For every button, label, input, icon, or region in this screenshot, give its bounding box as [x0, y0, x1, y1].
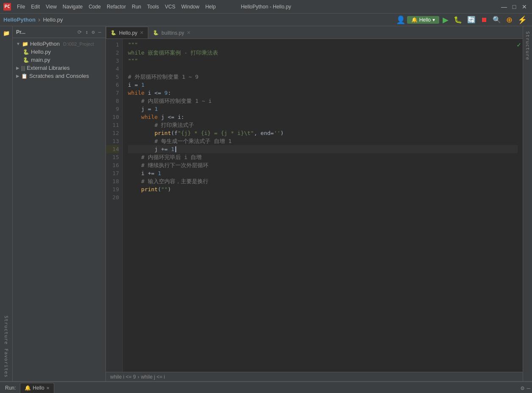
close-button[interactable]: ✕	[520, 3, 529, 11]
code-line: # 每生成一个乘法式子 自增 1	[128, 137, 518, 145]
structure-label[interactable]: Structure	[3, 316, 9, 345]
line-numbers: 1 2 3 4 5 6 7 8 9 10 11 12 13 14 15 16 1…	[106, 39, 123, 372]
tab-close-icon[interactable]: ✕	[187, 30, 191, 36]
run-configuration-button[interactable]: 🔔 Hello ▾	[407, 16, 439, 24]
breadcrumb-file[interactable]: Hello.py	[43, 16, 63, 23]
folder-icon: 📁	[22, 41, 28, 47]
code-line: i = 1	[128, 81, 518, 89]
menu-code[interactable]: Code	[86, 3, 103, 11]
code-line: while 嵌套循环案例 - 打印乘法表	[128, 49, 518, 57]
debug-button[interactable]: 🐛	[452, 15, 464, 25]
run-tab-label: Hello	[33, 385, 44, 391]
collapse-icon[interactable]: ↕	[84, 28, 89, 36]
search-button[interactable]: 🔍	[491, 15, 503, 25]
menu-file[interactable]: File	[14, 3, 28, 11]
project-tree: ▼ 📁 HelloPython D:\002_Project 🐍 Hello.p…	[13, 38, 105, 381]
code-line: print(f"{j} * {i} = {j * i}\t", end='')	[128, 129, 518, 137]
code-line: while j <= i:	[128, 113, 518, 121]
code-line	[128, 193, 518, 201]
line-num: 12	[106, 129, 119, 137]
code-line: # 内层循环控制变量 1 ~ i	[128, 97, 518, 105]
tree-item-label: main.py	[31, 57, 50, 63]
code-content[interactable]: """ while 嵌套循环案例 - 打印乘法表 """ # 外层循环控制变量 …	[123, 39, 523, 372]
line-num: 17	[106, 169, 119, 177]
bottom-panel-tabs: Run: 🔔 Hello ✕ ⚙ —	[0, 382, 532, 393]
code-editor: ✓ 1 2 3 4 5 6 7 8 9 10 11 12 13 14 15 16…	[106, 39, 523, 372]
run-icon: 🔔	[411, 17, 418, 23]
code-line: # 外层循环控制变量 1 ~ 9	[128, 73, 518, 81]
panel-close-icon[interactable]: —	[97, 28, 102, 36]
py-file-icon: 🐍	[111, 30, 116, 36]
menu-tools[interactable]: Tools	[144, 3, 161, 11]
line-num: 18	[106, 177, 119, 185]
line-num: 4	[106, 65, 119, 73]
tree-item-hello-py[interactable]: 🐍 Hello.py	[19, 48, 105, 56]
tab-label: builtins.py	[161, 30, 184, 36]
menu-refactor[interactable]: Refactor	[104, 3, 128, 11]
line-num: 19	[106, 185, 119, 193]
breadcrumb-part1: while i <= 9	[110, 374, 136, 380]
menu-vcs[interactable]: VCS	[162, 3, 178, 11]
add-button[interactable]: ⊕	[504, 14, 514, 25]
breadcrumb-separator: ›	[37, 16, 42, 24]
line-num: 1	[106, 41, 119, 49]
tab-builtins-py[interactable]: 🐍 builtins.py ✕	[148, 27, 195, 38]
console-minimize-icon[interactable]: —	[527, 385, 530, 391]
run-tab-icon: 🔔	[25, 385, 31, 391]
right-sidebar-strip: Structure	[523, 26, 532, 381]
right-structure-label[interactable]: Structure	[525, 31, 530, 60]
panel-header: Pr... ⟳ ↕ ⚙ —	[13, 26, 105, 38]
minimize-button[interactable]: —	[500, 3, 508, 11]
tree-item-external-libs[interactable]: ▶ ||| External Libraries	[13, 64, 105, 72]
line-num: 11	[106, 121, 119, 129]
line-num: 14	[106, 145, 119, 153]
breadcrumb-part2: while j <= i	[141, 374, 165, 380]
tab-close-icon[interactable]: ✕	[140, 30, 144, 36]
run-green-button[interactable]: ▶	[441, 14, 450, 25]
favorites-label[interactable]: Favorites	[3, 349, 9, 378]
console-settings-icon[interactable]: ⚙	[521, 385, 524, 391]
settings-button[interactable]: ⚡	[516, 14, 529, 25]
project-panel-toggle[interactable]: 📁	[1, 28, 11, 38]
menu-window[interactable]: Window	[179, 3, 202, 11]
code-line: # 打印乘法式子	[128, 121, 518, 129]
code-line: j = 1	[128, 105, 518, 113]
menu-view[interactable]: View	[43, 3, 59, 11]
tree-item-scratches[interactable]: ▶ 📋 Scratches and Consoles	[13, 72, 105, 80]
maximize-button[interactable]: □	[510, 3, 518, 11]
run-dropdown-arrow: ▾	[432, 17, 435, 23]
breadcrumb-project[interactable]: HelloPython	[3, 16, 36, 23]
editor-breadcrumb: while i <= 9 › while j <= i	[106, 372, 523, 381]
line-num: 10	[106, 113, 119, 121]
code-line: # 输入空内容，主要是换行	[128, 177, 518, 185]
menu-help[interactable]: Help	[203, 3, 219, 11]
library-icon: |||	[21, 65, 25, 71]
tree-item-path: D:\002_Project	[63, 41, 94, 47]
code-line: # 继续执行下一次外层循环	[128, 161, 518, 169]
tree-item-hellopython[interactable]: ▼ 📁 HelloPython D:\002_Project	[13, 40, 105, 48]
coverage-button[interactable]: 🔄	[466, 15, 477, 25]
console-run-tab[interactable]: 🔔 Hello ✕	[20, 383, 54, 393]
user-icon[interactable]: 👤	[396, 15, 405, 24]
folder-icon: 📋	[21, 73, 28, 79]
tab-label: Hello.py	[119, 30, 137, 36]
panel-icons: ⟳ ↕ ⚙ —	[77, 28, 102, 36]
settings-gear-icon[interactable]: ⚙	[91, 28, 96, 36]
menu-run[interactable]: Run	[129, 3, 144, 11]
line-num: 7	[106, 89, 119, 97]
line-num: 15	[106, 153, 119, 161]
run-tab-close[interactable]: ✕	[46, 386, 50, 390]
tab-hello-py[interactable]: 🐍 Hello.py ✕	[106, 27, 148, 38]
menu-edit[interactable]: Edit	[28, 3, 42, 11]
project-panel: Pr... ⟳ ↕ ⚙ — ▼ 📁 HelloPython D:\002_Pro…	[13, 26, 106, 381]
line-num: 8	[106, 97, 119, 105]
menu-navigate[interactable]: Navigate	[60, 3, 85, 11]
stop-button[interactable]: ⏹	[479, 15, 489, 25]
project-bar: HelloPython › Hello.py 👤 🔔 Hello ▾ ▶ 🐛 🔄…	[0, 14, 532, 26]
tree-item-main-py[interactable]: 🐍 main.py	[19, 56, 105, 64]
sync-icon[interactable]: ⟳	[77, 28, 83, 36]
line-num: 5	[106, 73, 119, 81]
line-num: 6	[106, 81, 119, 89]
code-line: # 内循环完毕后 i 自增	[128, 153, 518, 161]
code-line: """	[128, 41, 518, 49]
